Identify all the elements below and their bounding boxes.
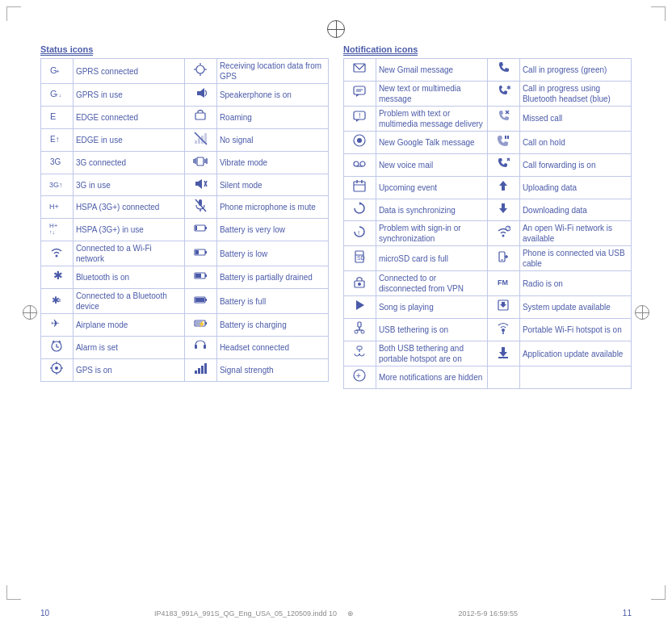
icon-cell-2 — [487, 319, 519, 341]
icon-cell-2 — [487, 246, 519, 271]
crosshair-left — [23, 305, 37, 320]
icon-cell-2 — [184, 84, 216, 107]
svg-rect-50 — [195, 298, 204, 302]
svg-point-101 — [502, 235, 505, 237]
label-cell: Problem with text or multimedia message … — [376, 106, 487, 131]
svg-text:E: E — [50, 111, 56, 121]
notification-icons-table: New Gmail messageCall in progress (green… — [343, 58, 632, 389]
label-cell-2: Battery is partially drained — [216, 266, 328, 289]
notification-icons-title: Notification icons — [343, 44, 418, 56]
table-row: ✈Airplane mode⚡Battery is charging — [41, 314, 329, 337]
icon-cell: ✱ — [41, 289, 74, 314]
icon-cell-2 — [487, 341, 519, 366]
svg-marker-26 — [195, 179, 202, 189]
table-row: Data is synchronizingDownloading data — [344, 199, 632, 221]
label-cell: Alarm is set — [73, 337, 184, 359]
icon-cell-2 — [184, 219, 216, 241]
svg-rect-40 — [205, 251, 207, 253]
icon-cell — [344, 81, 376, 106]
svg-rect-126 — [498, 357, 508, 358]
icon-cell: + — [344, 366, 376, 389]
icon-cell — [344, 59, 376, 82]
table-row: Both USB tethering and portable hotspot … — [344, 341, 632, 366]
status-icons-section: Status icons G+GPRS connectedReceiving l… — [40, 44, 329, 592]
icon-cell-2 — [487, 366, 519, 389]
icon-cell-2 — [184, 266, 216, 289]
icon-cell — [344, 176, 376, 199]
svg-text:E↑: E↑ — [50, 135, 60, 144]
svg-point-38 — [56, 254, 58, 257]
crosshair-right — [635, 305, 649, 320]
table-row: New Gmail messageCall in progress (green… — [344, 59, 632, 82]
label-cell-2: Call in progress (green) — [519, 59, 631, 82]
icon-cell-2 — [184, 106, 216, 128]
table-row: !Problem with text or multimedia message… — [344, 106, 632, 131]
label-cell: Connected to or disconnected from VPN — [376, 271, 487, 296]
table-row: H+↑↓HSPA (3G+) in useBattery is very low — [41, 219, 329, 241]
svg-point-85 — [357, 138, 362, 143]
label-cell-2: Battery is very low — [216, 219, 328, 241]
table-row: +More notifications are hidden — [344, 366, 632, 389]
label-cell: Bluetooth is on — [73, 266, 184, 289]
label-cell: GPS is on — [73, 358, 184, 381]
icon-cell: ! — [344, 106, 376, 131]
content-area: Status icons G+GPRS connectedReceiving l… — [40, 44, 632, 592]
svg-marker-116 — [500, 302, 506, 308]
label-cell: HSPA (3G+) in use — [73, 219, 184, 241]
svg-rect-12 — [195, 113, 205, 119]
table-row: G↑↓GPRS in useSpeakerphone is on — [41, 84, 329, 107]
svg-rect-15 — [198, 138, 200, 144]
crosshair-top — [327, 20, 345, 38]
svg-point-112 — [358, 283, 361, 286]
table-row: Connected to a Wi-Fi networkBattery is l… — [41, 241, 329, 266]
label-cell: GPRS in use — [73, 84, 184, 107]
svg-rect-9 — [197, 91, 200, 95]
icon-cell — [344, 131, 376, 153]
icon-cell-2 — [184, 358, 216, 381]
svg-text:3G↑: 3G↑ — [49, 181, 63, 189]
icon-cell-2 — [184, 337, 216, 359]
table-row: E↑EDGE in useNo signal — [41, 128, 329, 151]
table-row: SDmicroSD card is fullPhone is connected… — [344, 246, 632, 271]
svg-rect-117 — [358, 322, 361, 327]
label-cell-2: Vibrate mode — [216, 151, 328, 174]
corner-mark-br — [651, 585, 666, 600]
svg-rect-123 — [357, 346, 362, 350]
corner-mark-bl — [6, 585, 21, 600]
label-cell: More notifications are hidden — [376, 366, 487, 389]
table-row: H+HSPA (3G+) connectedPhone microphone i… — [41, 196, 329, 219]
label-cell: Song is playing — [376, 296, 487, 319]
svg-text:↑↓: ↑↓ — [56, 92, 61, 98]
icon-cell-2 — [184, 196, 216, 219]
svg-marker-80 — [356, 119, 359, 122]
svg-marker-97 — [499, 181, 507, 191]
svg-rect-70 — [198, 368, 200, 374]
notification-icons-section: Notification icons New Gmail messageCall… — [343, 44, 632, 592]
svg-text:SD: SD — [357, 255, 365, 261]
icon-cell-2 — [487, 153, 519, 176]
svg-rect-61 — [195, 345, 197, 349]
label-cell: Problem with sign-in or synchronization — [376, 221, 487, 246]
label-cell: GPRS connected — [73, 59, 184, 84]
label-cell-2: Battery is charging — [216, 314, 328, 337]
table-row: G+GPRS connectedReceiving location data … — [41, 59, 329, 84]
icon-cell: 3G↑ — [41, 174, 74, 196]
footer-center-text: IP4183_991A_991S_QG_Eng_USA_05_120509.in… — [154, 609, 354, 618]
page-number-left: 10 — [40, 609, 49, 618]
svg-rect-20 — [197, 157, 204, 165]
icon-cell — [344, 296, 376, 319]
icon-cell: G+ — [41, 59, 74, 84]
label-cell-2: Portable Wi-Fi hotspot is on — [519, 319, 631, 341]
icon-cell-2 — [487, 176, 519, 199]
svg-text:⚡: ⚡ — [198, 320, 206, 328]
svg-rect-37 — [195, 226, 197, 230]
table-row: ✱Connected to a Bluetooth deviceBattery … — [41, 289, 329, 314]
icon-cell-2 — [487, 199, 519, 221]
icon-cell: SD — [344, 246, 376, 271]
label-cell-2 — [519, 366, 631, 389]
table-row: GPS is onSignal strength — [41, 358, 329, 381]
label-cell-2: Downloading data — [519, 199, 631, 221]
table-row: ✱Bluetooth is onBattery is partially dra… — [41, 266, 329, 289]
svg-text:H+: H+ — [49, 203, 59, 211]
svg-text:+: + — [56, 68, 60, 75]
